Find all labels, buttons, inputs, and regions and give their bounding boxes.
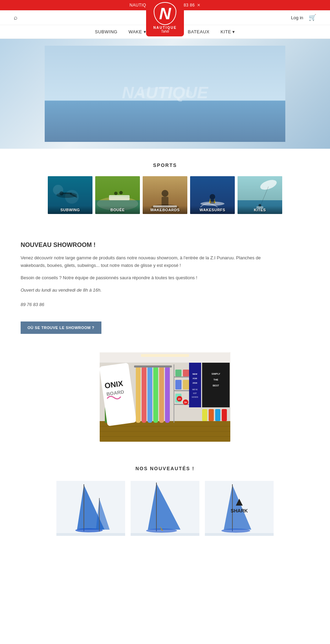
svg-rect-68 (189, 363, 201, 407)
svg-rect-62 (183, 380, 189, 389)
svg-text:SIMPLY: SIMPLY (211, 373, 220, 375)
product-svg-2 (131, 481, 199, 533)
logo-subtitle: Tahiti (161, 30, 169, 33)
showroom-hours: Ouvert du lundi au vendredi de 8h à 16h. (21, 286, 309, 294)
nouveautes-title: NOS NOUVEAUTÉS ! (21, 466, 309, 471)
showroom-section: NOUVEAU SHOWROOM ! Venez découvrir notre… (0, 228, 330, 349)
sport-label-bouee: BOUÉE (95, 206, 140, 214)
sport-label-wakeboards: WAKEBOARDS (143, 206, 187, 214)
product-image-3: SHARK (205, 481, 274, 536)
sport-card-bouee[interactable]: BOUÉE (95, 176, 140, 214)
svg-point-17 (119, 191, 123, 194)
svg-text:NEW: NEW (192, 373, 197, 375)
search-button[interactable]: ⌕ (14, 14, 18, 21)
svg-rect-78 (222, 409, 227, 421)
nav-subwing[interactable]: SUBWING (95, 29, 118, 34)
showroom-interior-svg: ONIX BOARD SIMPLY (100, 352, 230, 442)
svg-rect-52 (159, 366, 164, 423)
svg-point-21 (162, 190, 168, 197)
hero-section: NAUTIQUE (0, 39, 330, 149)
sports-grid: SUBWING (21, 176, 309, 214)
nav-kite[interactable]: KITE ▾ (220, 29, 235, 34)
svg-rect-75 (202, 409, 207, 421)
wake-dropdown-arrow: ▾ (144, 29, 146, 34)
login-link[interactable]: Log in (291, 15, 303, 20)
site-header: ⌕ N NAUTIQUE Tahiti Log in 🛒 (0, 10, 330, 25)
sport-card-kites[interactable]: KITES (238, 176, 282, 214)
kite-dropdown-arrow: ▾ (232, 29, 235, 34)
svg-text:BEST: BEST (213, 384, 219, 387)
sport-label-wakesurfs: WAKESURFS (190, 206, 235, 214)
products-grid: SHARK (21, 481, 309, 536)
sports-section: SPORTS (0, 149, 330, 228)
svg-text:GOODS: GOODS (192, 396, 198, 398)
svg-text:3×: 3× (184, 401, 187, 404)
svg-rect-76 (209, 409, 214, 421)
svg-rect-77 (215, 409, 220, 421)
svg-rect-61 (175, 380, 182, 389)
nav-wake[interactable]: WAKE ▾ (129, 29, 146, 34)
svg-rect-49 (142, 366, 146, 423)
close-icon[interactable]: ✕ (197, 3, 201, 8)
svg-rect-54 (134, 365, 172, 368)
svg-rect-36 (100, 352, 230, 363)
showroom-location-button[interactable]: OÙ SE TROUVE LE SHOWROOM ? (21, 321, 101, 334)
product-card-2[interactable] (131, 481, 199, 536)
search-icon: ⌕ (14, 14, 18, 21)
hero-image: NAUTIQUE (45, 46, 285, 142)
nav-bateaux[interactable]: BATEAUX (188, 29, 209, 34)
site-logo[interactable]: N NAUTIQUE Tahiti (146, 0, 184, 36)
svg-rect-48 (136, 366, 141, 423)
sport-label-subwing: SUBWING (48, 206, 92, 214)
product-svg-1 (56, 481, 125, 533)
product-image-1 (56, 481, 125, 536)
svg-rect-27 (210, 200, 215, 204)
header-left: ⌕ (14, 14, 18, 21)
svg-rect-1 (45, 101, 285, 142)
logo-name: NAUTIQUE (153, 26, 177, 30)
sport-card-wakeboards[interactable]: WAKEBOARDS (143, 176, 187, 214)
svg-text:GOT: GOT (193, 392, 197, 394)
svg-rect-15 (109, 195, 130, 200)
svg-text:2×: 2× (178, 398, 181, 400)
logo-letter: N (159, 4, 171, 23)
svg-text:SHARK: SHARK (231, 508, 248, 513)
showroom-desc2: Besoin de conseils ? Notre équipe de pas… (21, 274, 261, 282)
sport-card-wakesurfs[interactable]: WAKESURFS (190, 176, 235, 214)
svg-rect-59 (175, 370, 182, 376)
product-card-1[interactable] (56, 481, 125, 536)
svg-rect-38 (141, 354, 189, 357)
svg-text:THE: THE (213, 379, 218, 381)
svg-text:WE'VE: WE'VE (192, 388, 198, 391)
showroom-desc1: Venez découvrir notre large gamme de pro… (21, 254, 261, 269)
svg-point-9 (59, 191, 64, 195)
svg-text:FOR: FOR (193, 377, 197, 380)
svg-point-16 (114, 192, 118, 195)
sports-title: SPORTS (21, 162, 309, 168)
showroom-phone: 89 76 83 86 (21, 301, 309, 308)
header-right: Log in 🛒 (291, 14, 316, 21)
svg-rect-51 (153, 366, 158, 423)
svg-rect-29 (238, 176, 282, 200)
product-svg-3: SHARK (205, 481, 274, 533)
svg-text:2016: 2016 (192, 382, 197, 384)
showroom-title: NOUVEAU SHOWROOM ! (21, 241, 309, 249)
svg-point-26 (210, 194, 215, 200)
svg-rect-60 (183, 370, 189, 376)
nouveautes-section: NOS NOUVEAUTÉS ! (0, 455, 330, 550)
logo-wrapper: N NAUTIQUE Tahiti (146, 0, 184, 36)
svg-rect-53 (165, 366, 170, 423)
product-image-2 (131, 481, 199, 536)
cart-icon[interactable]: 🛒 (309, 14, 316, 21)
svg-text:NAUTIQUE: NAUTIQUE (122, 83, 209, 102)
sport-card-subwing[interactable]: SUBWING (48, 176, 92, 214)
product-card-3[interactable]: SHARK (205, 481, 274, 536)
showroom-image-container: ONIX BOARD SIMPLY (0, 352, 330, 442)
svg-rect-50 (147, 366, 152, 423)
sport-label-kites: KITES (238, 206, 282, 214)
footer-space (0, 550, 330, 563)
svg-rect-55 (174, 364, 174, 423)
showroom-image: ONIX BOARD SIMPLY (100, 352, 230, 442)
svg-point-92 (221, 529, 250, 533)
